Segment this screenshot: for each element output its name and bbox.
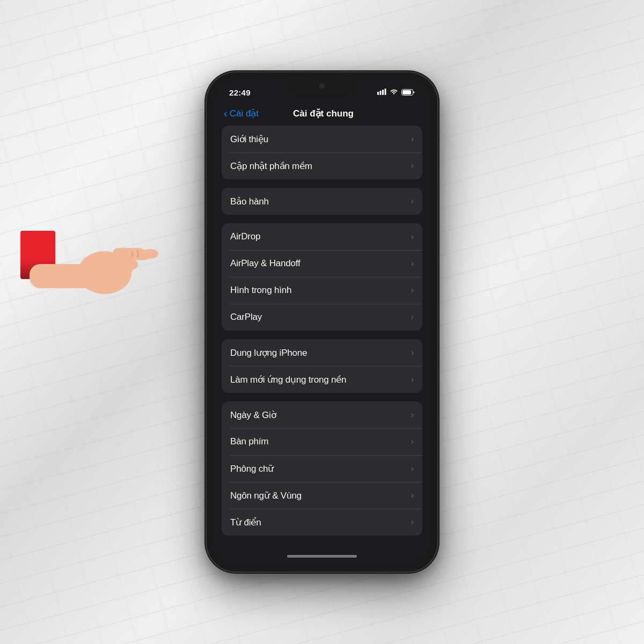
background-refresh-item[interactable]: Làm mới ứng dụng trong nền › — [222, 366, 422, 393]
chevron-right-icon: › — [411, 231, 414, 242]
chevron-right-icon: › — [411, 312, 414, 323]
settings-group-1: Giới thiệu › Cập nhật phần mềm › — [222, 126, 422, 179]
item-label: Từ điển — [230, 517, 411, 528]
chevron-right-icon: › — [411, 160, 414, 171]
settings-content[interactable]: Giới thiệu › Cập nhật phần mềm › Bảo hàn… — [213, 126, 431, 547]
item-label: Giới thiệu — [230, 134, 411, 145]
back-button[interactable]: ‹ Cài đặt — [224, 108, 259, 119]
chevron-right-icon: › — [411, 463, 414, 474]
chevron-right-icon: › — [411, 258, 414, 269]
fonts-item[interactable]: Phông chữ › — [222, 455, 422, 482]
carplay-item[interactable]: CarPlay › — [222, 304, 422, 331]
dictionary-item[interactable]: Từ điển › — [222, 509, 422, 536]
nav-bar: ‹ Cài đặt Cài đặt chung — [213, 106, 431, 126]
date-time-item[interactable]: Ngày & Giờ › — [222, 401, 422, 428]
chevron-right-icon: › — [411, 374, 414, 385]
list-item[interactable]: Giới thiệu › — [222, 126, 422, 152]
chevron-right-icon: › — [411, 347, 414, 358]
list-item[interactable]: Bảo hành › — [222, 188, 422, 215]
item-label: Ngôn ngữ & Vùng — [230, 490, 411, 501]
settings-group-2: Bảo hành › — [222, 188, 422, 215]
keyboard-item[interactable]: Bàn phím › — [222, 428, 422, 455]
signal-icon — [377, 89, 386, 97]
notch — [287, 79, 357, 96]
svg-rect-14 — [402, 90, 411, 94]
page-title: Cài đặt chung — [259, 108, 388, 119]
status-icons — [377, 89, 415, 97]
back-chevron-icon: ‹ — [224, 108, 228, 119]
svg-rect-11 — [382, 90, 384, 95]
item-label: Làm mới ứng dụng trong nền — [230, 374, 411, 385]
airdrop-item[interactable]: AirDrop › — [222, 223, 422, 250]
settings-group-3: AirDrop › AirPlay & Handoff › Hình trong… — [222, 223, 422, 331]
phone-screen: 22:49 — [213, 79, 431, 565]
battery-icon — [401, 89, 415, 96]
list-item[interactable]: Cập nhật phần mềm › — [222, 152, 422, 179]
back-label: Cài đặt — [230, 108, 259, 119]
item-label: Bàn phím — [230, 436, 411, 447]
svg-point-8 — [142, 249, 158, 259]
item-label: Bảo hành — [230, 196, 411, 207]
chevron-right-icon: › — [411, 517, 414, 528]
chevron-right-icon: › — [411, 409, 414, 420]
item-label: Dung lượng iPhone — [230, 347, 411, 358]
settings-group-4: Dung lượng iPhone › Làm mới ứng dụng tro… — [222, 339, 422, 393]
chevron-right-icon: › — [411, 196, 414, 207]
item-label: Phông chữ — [230, 463, 411, 474]
svg-rect-12 — [385, 89, 386, 95]
hand-pointer — [24, 215, 174, 301]
item-label: Hình trong hình — [230, 285, 411, 296]
chevron-right-icon: › — [411, 436, 414, 447]
camera-dot — [319, 83, 325, 89]
status-time: 22:49 — [229, 88, 251, 97]
svg-rect-7 — [30, 264, 105, 288]
storage-item[interactable]: Dung lượng iPhone › — [222, 339, 422, 366]
iphone-frame: 22:49 — [207, 72, 437, 572]
home-bar — [287, 555, 357, 558]
airplay-handoff-item[interactable]: AirPlay & Handoff › — [222, 250, 422, 277]
chevron-right-icon: › — [411, 134, 414, 144]
svg-rect-9 — [377, 92, 379, 95]
item-label: Ngày & Giờ — [230, 409, 411, 421]
language-region-item[interactable]: Ngôn ngữ & Vùng › — [222, 482, 422, 509]
home-indicator — [213, 547, 431, 565]
chevron-right-icon: › — [411, 490, 414, 501]
status-bar: 22:49 — [213, 79, 431, 106]
item-label: CarPlay — [230, 312, 411, 323]
item-label: AirPlay & Handoff — [230, 258, 411, 269]
settings-group-5: Ngày & Giờ › Bàn phím › Phông chữ › Ngôn… — [222, 401, 422, 536]
chevron-right-icon: › — [411, 285, 414, 296]
item-label: Cập nhật phần mềm — [230, 160, 411, 172]
picture-in-picture-item[interactable]: Hình trong hình › — [222, 277, 422, 304]
item-label: AirDrop — [230, 231, 411, 242]
svg-rect-10 — [380, 91, 382, 95]
wifi-icon — [390, 89, 398, 97]
